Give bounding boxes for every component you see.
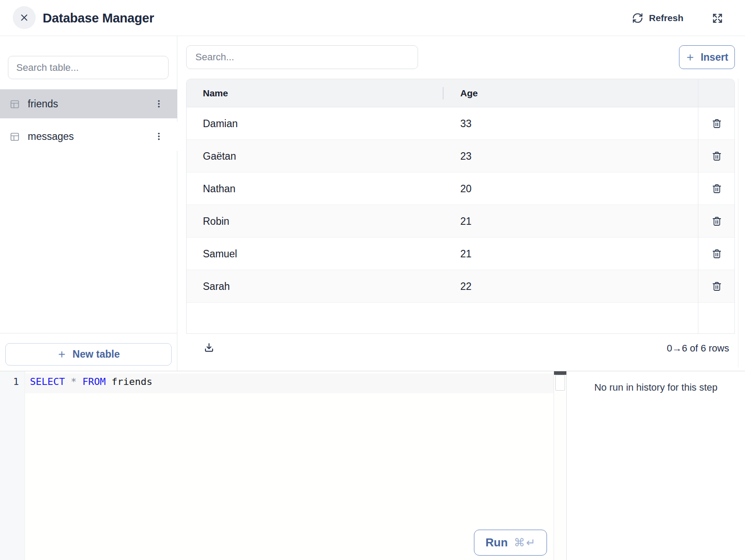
refresh-button[interactable]: Refresh xyxy=(632,12,683,24)
table-row[interactable]: Sarah 22 xyxy=(187,270,734,303)
table-row[interactable]: Damian 33 xyxy=(187,107,734,140)
results-panel: Insert Name Age Damian 33 Gaëtan 23 xyxy=(177,36,745,371)
table-header-row: Name Age xyxy=(187,79,734,107)
table-row[interactable]: Samuel 21 xyxy=(187,238,734,270)
sql-keyword: FROM xyxy=(82,376,106,387)
refresh-label: Refresh xyxy=(649,13,683,23)
actions-column-divider xyxy=(698,79,698,333)
table-menu-button[interactable] xyxy=(151,127,167,146)
table-row[interactable]: Nathan 20 xyxy=(187,172,734,205)
results-table: Name Age Damian 33 Gaëtan 23 Nathan xyxy=(186,79,735,334)
app-header: Database Manager Refresh xyxy=(0,0,745,36)
history-empty-message: No run in history for this step xyxy=(567,382,745,393)
delete-row-button[interactable] xyxy=(698,172,735,205)
table-list: friends messages xyxy=(0,89,177,154)
cell-name: Nathan xyxy=(203,172,235,205)
cell-name: Damian xyxy=(203,107,238,140)
run-button[interactable]: Run ⌘↵ xyxy=(474,530,547,556)
cell-age: 21 xyxy=(460,205,472,238)
table-icon xyxy=(10,132,20,142)
cell-name: Robin xyxy=(203,205,229,238)
table-row[interactable]: Robin 21 xyxy=(187,205,734,238)
trash-icon xyxy=(712,118,722,129)
fullscreen-button[interactable] xyxy=(711,11,724,25)
cell-age: 20 xyxy=(460,172,472,205)
sql-star: * xyxy=(71,376,77,387)
close-button[interactable] xyxy=(13,6,36,29)
refresh-icon xyxy=(632,12,643,24)
table-row[interactable]: Gaëtan 23 xyxy=(187,140,734,172)
cell-age: 23 xyxy=(460,140,472,172)
cell-age: 22 xyxy=(460,270,472,303)
insert-button[interactable]: Insert xyxy=(679,45,735,69)
kebab-icon xyxy=(154,132,164,141)
plus-icon xyxy=(57,350,66,359)
editor-scrollbar-thumb[interactable] xyxy=(555,375,565,391)
close-icon xyxy=(19,12,29,23)
cell-age: 33 xyxy=(460,107,472,140)
history-panel: No run in history for this step xyxy=(567,371,745,560)
command-key-icon: ⌘ xyxy=(514,536,525,549)
column-header-age: Age xyxy=(460,79,478,107)
run-shortcut: ⌘↵ xyxy=(514,536,536,549)
results-scrollbar-track[interactable] xyxy=(738,79,738,367)
sidebar: friends messages New table xyxy=(0,36,177,371)
table-empty-space xyxy=(187,303,734,334)
editor-scrollbar-track[interactable] xyxy=(554,371,566,560)
sql-table-name: friends xyxy=(111,376,152,387)
delete-row-button[interactable] xyxy=(698,140,735,172)
table-menu-button[interactable] xyxy=(151,94,167,113)
sql-code-line[interactable]: SELECT * FROM friends xyxy=(30,376,152,387)
editor-scrollbar-top xyxy=(554,371,567,375)
kebab-icon xyxy=(154,99,164,109)
trash-icon xyxy=(712,216,722,227)
line-number: 1 xyxy=(13,376,19,387)
trash-icon xyxy=(712,183,722,194)
cell-name: Sarah xyxy=(203,270,230,303)
delete-row-button[interactable] xyxy=(698,238,735,270)
column-header-name: Name xyxy=(203,79,228,107)
delete-row-button[interactable] xyxy=(698,270,735,303)
table-name-label: messages xyxy=(28,131,74,143)
table-search-input[interactable] xyxy=(8,56,169,79)
delete-row-button[interactable] xyxy=(698,107,735,140)
row-count-label: 0→6 of 6 rows xyxy=(667,343,729,354)
cell-name: Gaëtan xyxy=(203,140,236,172)
editor-gutter: 1 xyxy=(0,371,25,560)
trash-icon xyxy=(712,249,722,259)
sidebar-item-friends[interactable]: friends xyxy=(0,89,177,118)
fullscreen-icon xyxy=(712,12,723,24)
table-name-label: friends xyxy=(28,98,58,110)
header-actions: Refresh xyxy=(632,0,745,36)
cell-name: Samuel xyxy=(203,238,237,270)
page-title: Database Manager xyxy=(43,0,154,36)
new-table-button[interactable]: New table xyxy=(5,343,172,366)
trash-icon xyxy=(712,151,722,161)
plus-icon xyxy=(686,53,695,62)
download-button[interactable] xyxy=(200,339,218,356)
table-icon xyxy=(10,99,20,109)
sidebar-divider xyxy=(0,333,177,333)
sql-editor[interactable]: 1 SELECT * FROM friends Run ⌘↵ No run in… xyxy=(0,371,745,560)
sidebar-item-messages[interactable]: messages xyxy=(0,122,177,151)
database-manager-window: Database Manager Refresh xyxy=(0,0,745,560)
new-table-label: New table xyxy=(73,348,120,360)
row-search-input[interactable] xyxy=(186,45,418,69)
cell-age: 21 xyxy=(460,238,472,270)
column-resize-handle[interactable] xyxy=(443,87,444,99)
insert-label: Insert xyxy=(701,51,728,63)
sql-keyword: SELECT xyxy=(30,376,65,387)
enter-key-icon: ↵ xyxy=(526,536,536,549)
download-icon xyxy=(203,342,215,353)
trash-icon xyxy=(712,281,722,292)
run-label: Run xyxy=(485,536,508,549)
delete-row-button[interactable] xyxy=(698,205,735,238)
